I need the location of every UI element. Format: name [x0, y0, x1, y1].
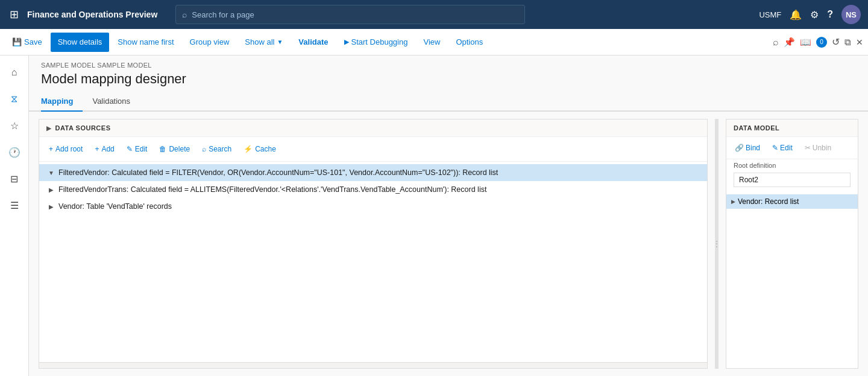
- breadcrumb: SAMPLE MODEL SAMPLE MODEL: [29, 56, 868, 69]
- add-root-button[interactable]: + Add root: [44, 141, 87, 158]
- tab-bar: Mapping Validations: [29, 92, 868, 112]
- root-definition-value: Root2: [734, 173, 851, 187]
- gear-icon[interactable]: ⚙: [810, 9, 819, 21]
- options-button[interactable]: Options: [448, 33, 490, 52]
- edit-icon: ✎: [127, 145, 133, 153]
- search-toolbar-icon[interactable]: ⌕: [773, 37, 779, 48]
- app-title: Finance and Operations Preview: [27, 10, 157, 19]
- bind-icon: 🔗: [735, 144, 744, 152]
- dm-item-text: Vendor: Record list: [738, 197, 799, 206]
- add-button[interactable]: + Add: [90, 141, 119, 158]
- search-input[interactable]: [192, 10, 518, 19]
- dm-section-title: DATA MODEL: [726, 119, 858, 137]
- tree-item[interactable]: ▶ Vendor: Table 'VendTable' records: [39, 198, 707, 215]
- delete-icon: 🗑: [159, 145, 166, 153]
- sidebar-item-favorites[interactable]: ☆: [2, 113, 27, 138]
- chevron-down-icon: ▼: [277, 39, 283, 45]
- dm-edit-icon: ✎: [772, 144, 778, 152]
- dm-tree-item[interactable]: ▶ Vendor: Record list: [726, 194, 858, 209]
- mapping-area: ▶ DATA SOURCES + Add root + Add ✎ Edit: [29, 112, 868, 376]
- search-box[interactable]: ⌕: [175, 5, 525, 24]
- refresh-icon[interactable]: ↺: [832, 36, 840, 48]
- unbin-icon: ✂: [805, 144, 811, 152]
- pin-icon[interactable]: 📌: [784, 37, 795, 48]
- notification-badge[interactable]: 0: [816, 37, 827, 48]
- close-icon[interactable]: ✕: [856, 37, 863, 47]
- search-icon: ⌕: [182, 10, 187, 19]
- ds-toolbar: + Add root + Add ✎ Edit 🗑 Delete: [39, 137, 707, 162]
- search-icon-sm: ⌕: [202, 145, 206, 153]
- top-nav-bar: ⊞ Finance and Operations Preview ⌕ USMF …: [0, 0, 868, 29]
- chevron-right-icon: ▶: [46, 185, 56, 194]
- sidebar-item-modules[interactable]: ☰: [2, 193, 27, 217]
- top-nav-right: USMF 🔔 ⚙ ? NS: [759, 5, 861, 24]
- sidebar-item-filter[interactable]: ⧖: [2, 87, 27, 111]
- data-model-panel: DATA MODEL 🔗 Bind ✎ Edit ✂ Unbin Ro: [726, 119, 858, 369]
- side-nav: ⌂ ⧖ ☆ 🕐 ⊟ ☰: [0, 56, 29, 376]
- dm-chevron-right-icon: ▶: [731, 199, 735, 205]
- dm-edit-button[interactable]: ✎ Edit: [769, 141, 796, 155]
- cache-icon: ⚡: [244, 145, 253, 153]
- tree-item-text: Vendor: Table 'VendTable' records: [58, 202, 702, 211]
- tab-mapping[interactable]: Mapping: [41, 92, 83, 112]
- main-layout: ⌂ ⧖ ☆ 🕐 ⊟ ☰ SAMPLE MODEL SAMPLE MODEL Mo…: [0, 56, 868, 376]
- bell-icon[interactable]: 🔔: [790, 9, 802, 21]
- open-new-icon[interactable]: ⧉: [844, 37, 851, 48]
- resize-divider[interactable]: [715, 119, 719, 369]
- ds-section-title: DATA SOURCES: [55, 124, 111, 132]
- dm-tree: ▶ Vendor: Record list: [726, 192, 858, 368]
- tab-validations[interactable]: Validations: [92, 92, 140, 112]
- delete-button[interactable]: 🗑 Delete: [154, 141, 195, 158]
- save-icon: 💾: [12, 37, 22, 46]
- search-button[interactable]: ⌕ Search: [197, 141, 236, 158]
- unbin-button[interactable]: ✂ Unbin: [801, 141, 835, 155]
- data-sources-panel: ▶ DATA SOURCES + Add root + Add ✎ Edit: [39, 119, 708, 369]
- tree-item-text: FilteredVendor: Calculated field = FILTE…: [58, 168, 702, 177]
- sidebar-item-workspaces[interactable]: ⊟: [2, 167, 27, 191]
- main-content: SAMPLE MODEL SAMPLE MODEL Model mapping …: [29, 56, 868, 376]
- usmf-label[interactable]: USMF: [759, 10, 781, 19]
- show-details-button[interactable]: Show details: [51, 33, 110, 52]
- horizontal-scrollbar[interactable]: [39, 362, 707, 368]
- ds-expand-chevron[interactable]: ▶: [46, 125, 52, 132]
- edit-button[interactable]: ✎ Edit: [122, 141, 153, 158]
- tree-item[interactable]: ▶ FilteredVendorTrans: Calculated field …: [39, 181, 707, 198]
- dm-toolbar: 🔗 Bind ✎ Edit ✂ Unbin: [726, 137, 858, 159]
- tree-item-text: FilteredVendorTrans: Calculated field = …: [58, 185, 702, 194]
- ds-tree: ▼ FilteredVendor: Calculated field = FIL…: [39, 162, 707, 362]
- page-title: Model mapping designer: [29, 69, 868, 92]
- add-icon: +: [95, 145, 99, 153]
- save-button[interactable]: 💾 Save: [5, 33, 49, 52]
- show-all-button[interactable]: Show all ▼: [237, 33, 290, 52]
- tree-item[interactable]: ▼ FilteredVendor: Calculated field = FIL…: [39, 164, 707, 181]
- chevron-right-icon: ▶: [46, 202, 56, 211]
- grid-icon[interactable]: ⊞: [7, 5, 21, 24]
- bind-button[interactable]: 🔗 Bind: [731, 141, 764, 155]
- page-toolbar: 💾 Save Show details Show name first Grou…: [0, 29, 868, 56]
- view-button[interactable]: View: [416, 33, 447, 52]
- sidebar-item-home[interactable]: ⌂: [2, 60, 27, 84]
- avatar[interactable]: NS: [841, 5, 861, 24]
- start-debugging-button[interactable]: ▶ Start Debugging: [337, 33, 415, 52]
- debug-icon: ▶: [344, 38, 349, 46]
- show-name-first-button[interactable]: Show name first: [110, 33, 181, 52]
- chevron-down-icon: ▼: [46, 168, 56, 177]
- cache-button[interactable]: ⚡ Cache: [239, 141, 281, 158]
- add-root-icon: +: [49, 145, 53, 153]
- validate-button[interactable]: Validate: [291, 33, 335, 52]
- read-mode-icon[interactable]: 📖: [800, 37, 811, 48]
- group-view-button[interactable]: Group view: [183, 33, 237, 52]
- question-icon[interactable]: ?: [827, 9, 833, 20]
- root-definition-label: Root definition: [726, 159, 858, 171]
- sidebar-item-recent[interactable]: 🕐: [2, 140, 27, 164]
